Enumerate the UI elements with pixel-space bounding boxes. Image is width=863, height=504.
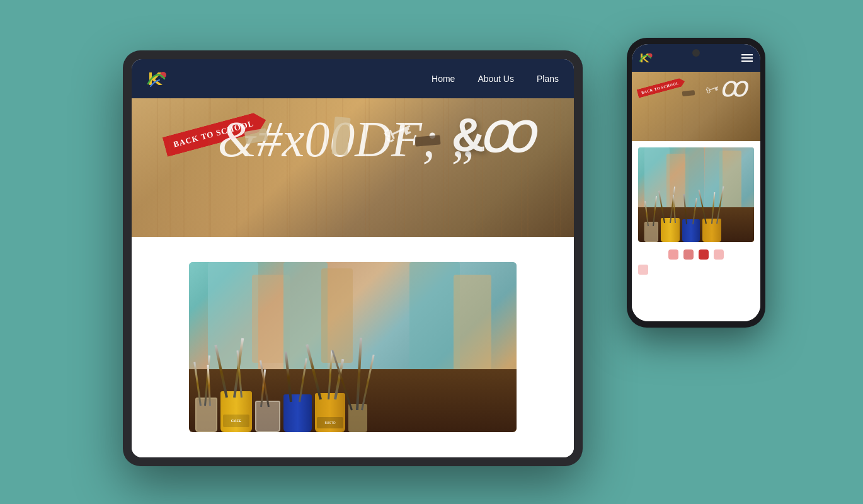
p-wall-4 bbox=[719, 151, 741, 214]
nav-item-plans[interactable]: Plans bbox=[537, 73, 559, 84]
tablet-logo bbox=[147, 70, 168, 88]
yellow-can: CAFE bbox=[220, 391, 252, 432]
script-decor: ꝏ bbox=[478, 105, 536, 161]
phone-art-image bbox=[638, 147, 754, 242]
wall-patch-4 bbox=[321, 268, 353, 363]
phone-screen: BACK TO SCHOOL ꝏ 🗝 bbox=[632, 44, 760, 321]
tablet-device: Home About Us Plans BACK TO SCHOOL bbox=[123, 50, 583, 466]
craft-block-2 bbox=[331, 117, 350, 156]
tablet-nav-links: Home About Us Plans bbox=[432, 73, 559, 84]
tablet-hero: BACK TO SCHOOL &#x00DF; „ & 🗝 ꝏ bbox=[132, 98, 574, 237]
can-label: CAFE bbox=[223, 415, 249, 427]
phone-hero-image: BACK TO SCHOOL ꝏ 🗝 bbox=[632, 72, 760, 141]
nav-item-home[interactable]: Home bbox=[432, 73, 455, 84]
hamburger-menu[interactable] bbox=[741, 54, 753, 62]
phone-body bbox=[632, 141, 760, 321]
dot-4[interactable] bbox=[714, 249, 724, 260]
wall-patch-1 bbox=[208, 262, 258, 375]
dot-1[interactable] bbox=[668, 249, 678, 260]
dot-3-active[interactable] bbox=[699, 249, 709, 260]
phone-wood-grain bbox=[632, 72, 760, 141]
tablet-body: CAFE bbox=[132, 237, 574, 457]
phone-dot-small-1 bbox=[638, 265, 648, 275]
wall-patch-6 bbox=[454, 275, 491, 375]
tablet-hero-image: BACK TO SCHOOL &#x00DF; „ & 🗝 ꝏ bbox=[132, 98, 574, 237]
p-cup-1 bbox=[644, 222, 658, 242]
tablet-navbar: Home About Us Plans bbox=[132, 59, 574, 98]
cans-row: CAFE bbox=[195, 391, 510, 432]
tablet-screen: Home About Us Plans BACK TO SCHOOL bbox=[132, 59, 574, 457]
tablet-art-image: CAFE bbox=[189, 262, 517, 432]
phone-navbar bbox=[632, 44, 760, 72]
phone-camera bbox=[692, 49, 700, 57]
p-can-b bbox=[682, 219, 700, 242]
paint-cup-1 bbox=[195, 398, 217, 432]
phone-logo bbox=[639, 52, 653, 64]
phone-hero: BACK TO SCHOOL ꝏ 🗝 bbox=[632, 72, 760, 141]
phone-extra-dots bbox=[638, 265, 754, 275]
dot-2[interactable] bbox=[683, 249, 694, 260]
hamburger-line-1 bbox=[741, 54, 753, 55]
hamburger-line-3 bbox=[741, 60, 753, 62]
p-can-y bbox=[661, 218, 680, 242]
pagination-dots bbox=[668, 249, 724, 260]
p-can-y2 bbox=[702, 219, 721, 242]
hamburger-line-2 bbox=[741, 57, 753, 59]
brush-bundle bbox=[348, 404, 367, 432]
paint-cup-2 bbox=[255, 401, 280, 432]
blue-can bbox=[283, 394, 312, 432]
ycan2-label: BUSTO bbox=[317, 417, 343, 428]
nav-item-about[interactable]: About Us bbox=[477, 73, 514, 84]
phone-device: BACK TO SCHOOL ꝏ 🗝 bbox=[627, 38, 765, 328]
yellow-can-2: BUSTO bbox=[315, 393, 345, 432]
scene: Home About Us Plans BACK TO SCHOOL bbox=[85, 25, 778, 479]
p-cans bbox=[644, 218, 748, 242]
